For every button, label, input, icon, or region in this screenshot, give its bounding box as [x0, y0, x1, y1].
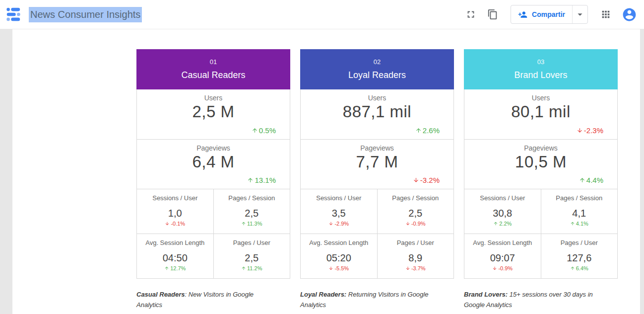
share-button-label: Compartir — [532, 10, 565, 18]
metric-change: 2.6% — [415, 126, 440, 135]
pages-per-user-scorecard: Pages / User 8,9 -3.7% — [377, 234, 454, 278]
card-body: Users 887,1 mil 2.6% Pageviews 7,7 M -3.… — [300, 89, 454, 279]
metric-label: Pages / User — [378, 234, 454, 246]
metric-label: Users — [137, 89, 290, 102]
card-description: Brand Lovers: 15+ sessions over 30 days … — [464, 290, 595, 311]
report-page: News Consumer Insights Compartir — [0, 0, 644, 314]
share-button-main[interactable]: Compartir — [511, 5, 572, 23]
metric-value: 7,7 M — [301, 153, 453, 171]
metric-change: 4.1% — [570, 221, 588, 227]
sessions-per-user-scorecard: Sessions / User 3,5 -2.9% — [301, 189, 377, 234]
metric-value: 2,5 — [214, 252, 290, 264]
metric-label: Users — [301, 89, 453, 102]
sessions-per-user-scorecard: Sessions / User 1,0 -0.1% — [137, 189, 213, 234]
metric-label: Sessions / User — [137, 189, 213, 202]
apps-grid-button[interactable] — [600, 8, 612, 20]
report-title[interactable]: News Consumer Insights — [29, 7, 142, 22]
pageviews-scorecard: Pageviews 7,7 M -3.2% — [301, 139, 453, 189]
metric-value: 30,8 — [464, 208, 541, 219]
metric-value: 80,1 mil — [464, 102, 617, 121]
metric-row: Avg. Session Length 09:07 -0.9% Pages / … — [464, 234, 617, 278]
top-bar-actions: Compartir — [465, 5, 637, 24]
metric-label: Sessions / User — [301, 189, 377, 202]
trend-arrow-icon — [492, 266, 497, 271]
metric-change: -2.9% — [328, 221, 349, 227]
card-header: 02 Loyal Readers — [300, 49, 454, 89]
trend-arrow-icon — [165, 221, 170, 226]
users-scorecard: Users 887,1 mil 2.6% — [301, 89, 453, 139]
copy-report-button[interactable] — [487, 8, 499, 20]
trend-arrow-icon — [405, 266, 410, 271]
trend-arrow-icon — [241, 221, 246, 226]
metric-label: Pageviews — [137, 140, 290, 152]
report-area: 01 Casual Readers Users 2,5 M 0.5% Pagev… — [0, 29, 644, 314]
copy-pages-icon — [487, 9, 498, 20]
card-number: 01 — [136, 58, 290, 66]
metric-change: -3.2% — [413, 176, 440, 184]
metric-change: 11.3% — [241, 221, 262, 227]
metric-label: Pages / Session — [541, 189, 618, 202]
scorecard-casual-readers[interactable]: 01 Casual Readers Users 2,5 M 0.5% Pagev… — [136, 49, 290, 311]
metric-label: Pageviews — [464, 140, 617, 152]
trend-arrow-icon — [328, 221, 333, 226]
fullscreen-button[interactable] — [465, 8, 477, 20]
card-body: Users 80,1 mil -2.3% Pageviews 10,5 M 4.… — [464, 89, 618, 279]
metric-change: 4.4% — [579, 176, 603, 184]
metric-label: Sessions / User — [464, 189, 541, 202]
data-studio-logo-icon — [5, 6, 22, 23]
metric-label: Users — [464, 89, 617, 102]
trend-arrow-icon — [405, 221, 410, 226]
trend-arrow-icon — [247, 177, 254, 183]
metric-label: Avg. Session Length — [301, 234, 377, 246]
person-add-icon — [518, 10, 527, 19]
metric-value: 2,5 M — [137, 102, 290, 121]
metric-label: Avg. Session Length — [137, 234, 213, 246]
avg-session-length-scorecard: Avg. Session Length 09:07 -0.9% — [464, 234, 541, 278]
metric-value: 127,6 — [541, 252, 618, 264]
metric-label: Pages / User — [214, 234, 290, 246]
metric-row: Sessions / User 3,5 -2.9% Pages / Sessio… — [301, 189, 453, 234]
metric-change: -0.1% — [165, 221, 185, 227]
metric-row: Sessions / User 1,0 -0.1% Pages / Sessio… — [137, 189, 290, 234]
scorecard-brand-lovers[interactable]: 03 Brand Lovers Users 80,1 mil -2.3% Pag… — [464, 49, 618, 311]
metric-change: 12.7% — [164, 265, 186, 271]
pages-per-session-scorecard: Pages / Session 4,1 4.1% — [541, 189, 618, 234]
scorecard-loyal-readers[interactable]: 02 Loyal Readers Users 887,1 mil 2.6% Pa… — [300, 49, 454, 311]
pages-per-user-scorecard: Pages / User 127,6 6.4% — [541, 234, 618, 278]
card-title: Brand Lovers — [464, 70, 618, 80]
share-dropdown-toggle[interactable] — [572, 5, 587, 23]
metric-value: 10,5 M — [464, 153, 617, 171]
metric-row: Avg. Session Length 05:20 -5.5% Pages / … — [301, 234, 453, 278]
metric-value: 887,1 mil — [301, 102, 453, 121]
pageviews-scorecard: Pageviews 6,4 M 13.1% — [137, 139, 290, 189]
top-bar: News Consumer Insights Compartir — [0, 0, 644, 29]
trend-arrow-icon — [241, 266, 246, 271]
metric-value: 8,9 — [378, 252, 454, 264]
apps-grid-icon — [600, 9, 611, 20]
trend-arrow-icon — [570, 221, 575, 226]
metric-change: -5.5% — [328, 265, 349, 271]
metric-change: -2.3% — [577, 126, 603, 135]
share-button[interactable]: Compartir — [511, 5, 588, 24]
description-term: Casual Readers — [136, 291, 185, 298]
metric-change: 6.4% — [570, 265, 588, 271]
metric-row: Sessions / User 30,8 2.2% Pages / Sessio… — [464, 189, 617, 234]
metric-label: Pages / Session — [378, 189, 454, 202]
trend-arrow-icon — [252, 127, 258, 134]
metric-label: Avg. Session Length — [464, 234, 541, 246]
trend-arrow-icon — [413, 177, 419, 183]
metric-label: Pages / User — [541, 234, 618, 246]
trend-arrow-icon — [415, 127, 422, 134]
card-title: Casual Readers — [136, 70, 290, 80]
pages-per-session-scorecard: Pages / Session 2,5 11.3% — [213, 189, 290, 234]
metric-label: Pages / Session — [214, 189, 290, 202]
user-avatar[interactable] — [622, 7, 637, 22]
metric-row: Avg. Session Length 04:50 12.7% Pages / … — [137, 234, 290, 278]
trend-arrow-icon — [570, 266, 575, 271]
card-title: Loyal Readers — [300, 70, 454, 80]
metric-label: Pageviews — [301, 140, 453, 152]
description-term: Brand Lovers: — [464, 291, 508, 298]
metric-value: 2,5 — [378, 208, 454, 219]
metric-value: 09:07 — [464, 252, 541, 264]
metric-change: -0.9% — [492, 265, 513, 271]
